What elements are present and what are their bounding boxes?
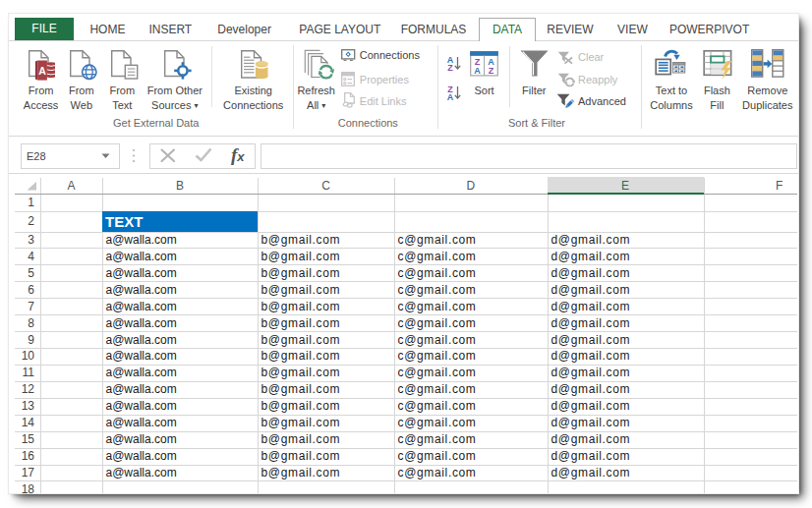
svg-text:Z: Z bbox=[489, 66, 494, 76]
svg-text:A: A bbox=[38, 65, 46, 77]
svg-text:Z: Z bbox=[447, 63, 453, 72]
svg-text:A: A bbox=[447, 92, 454, 101]
svg-text:A: A bbox=[474, 66, 481, 76]
